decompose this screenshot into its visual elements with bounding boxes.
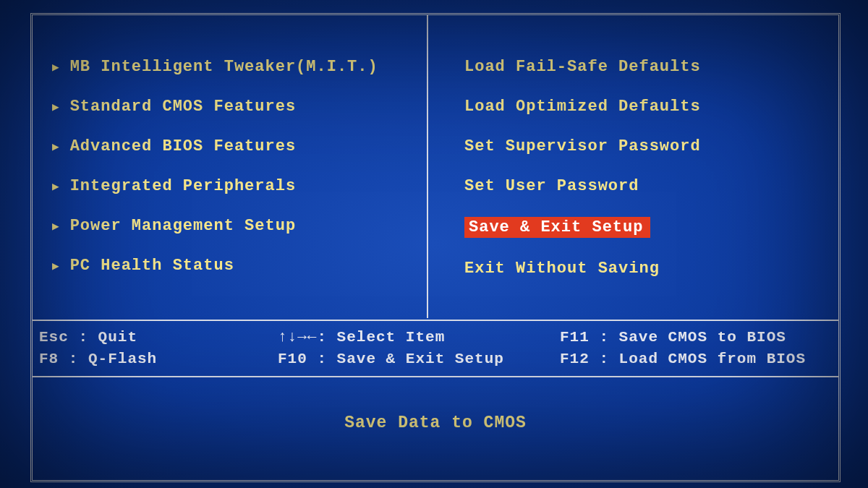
triangle-icon: ▶ [52, 60, 60, 74]
menu-label: Power Management Setup [70, 217, 296, 235]
menu-label: Load Optimized Defaults [464, 98, 701, 116]
status-message: Save Data to CMOS [32, 414, 839, 432]
menu-item-cmos-features[interactable]: ▶ Standard CMOS Features [52, 98, 407, 116]
triangle-icon: ▶ [52, 100, 60, 114]
help-arrows-select: ↑↓→←: Select Item [278, 327, 560, 348]
menu-item-advanced-bios[interactable]: ▶ Advanced BIOS Features [52, 137, 407, 155]
menu-label-selected: Save & Exit Setup [464, 217, 650, 238]
menu-item-pc-health[interactable]: ▶ PC Health Status [52, 257, 407, 275]
menu-item-optimized-defaults[interactable]: Load Optimized Defaults [464, 98, 819, 116]
menu-label: Standard CMOS Features [70, 98, 296, 116]
triangle-icon: ▶ [52, 179, 60, 194]
help-f8-qflash: F8 : Q-Flash [39, 348, 278, 370]
menu-label: Set Supervisor Password [464, 137, 701, 155]
menu-label: PC Health Status [70, 257, 234, 275]
triangle-icon: ▶ [52, 219, 60, 234]
menu-item-supervisor-password[interactable]: Set Supervisor Password [464, 137, 819, 155]
menu-item-integrated-peripherals[interactable]: ▶ Integrated Peripherals [52, 177, 407, 195]
menu-column-right: Load Fail-Safe Defaults Load Optimized D… [428, 14, 839, 318]
menu-label: Integrated Peripherals [70, 177, 296, 195]
help-f10-save-exit: F10 : Save & Exit Setup [278, 348, 560, 370]
menu-item-failsafe-defaults[interactable]: Load Fail-Safe Defaults [464, 58, 819, 76]
menu-item-exit-without-saving[interactable]: Exit Without Saving [464, 260, 819, 278]
menu-label: Advanced BIOS Features [70, 137, 296, 155]
menu-item-user-password[interactable]: Set User Password [464, 177, 819, 195]
menu-label: Exit Without Saving [464, 260, 660, 278]
help-row: Esc : Quit ↑↓→←: Select Item F11 : Save … [39, 327, 832, 348]
divider-main-help [32, 320, 839, 321]
menu-column-left: ▶ MB Intelligent Tweaker(M.I.T.) ▶ Stand… [32, 14, 428, 318]
triangle-icon: ▶ [52, 140, 60, 154]
menu-label: Load Fail-Safe Defaults [464, 58, 701, 76]
help-esc-quit: Esc : Quit [39, 327, 278, 348]
main-menu-area: ▶ MB Intelligent Tweaker(M.I.T.) ▶ Stand… [32, 14, 839, 318]
status-text: Save Data to CMOS [344, 414, 527, 432]
menu-item-save-exit[interactable]: Save & Exit Setup [464, 217, 819, 238]
help-row: F8 : Q-Flash F10 : Save & Exit Setup F12… [39, 348, 832, 370]
menu-item-power-management[interactable]: ▶ Power Management Setup [52, 217, 407, 235]
help-f11-save-cmos: F11 : Save CMOS to BIOS [560, 327, 832, 348]
help-bar: Esc : Quit ↑↓→←: Select Item F11 : Save … [39, 327, 832, 370]
triangle-icon: ▶ [52, 259, 60, 273]
help-f12-load-cmos: F12 : Load CMOS from BIOS [560, 348, 832, 370]
menu-label: Set User Password [464, 177, 639, 195]
divider-help-status [32, 376, 839, 377]
menu-item-mit[interactable]: ▶ MB Intelligent Tweaker(M.I.T.) [52, 58, 407, 76]
menu-label: MB Intelligent Tweaker(M.I.T.) [70, 58, 378, 76]
